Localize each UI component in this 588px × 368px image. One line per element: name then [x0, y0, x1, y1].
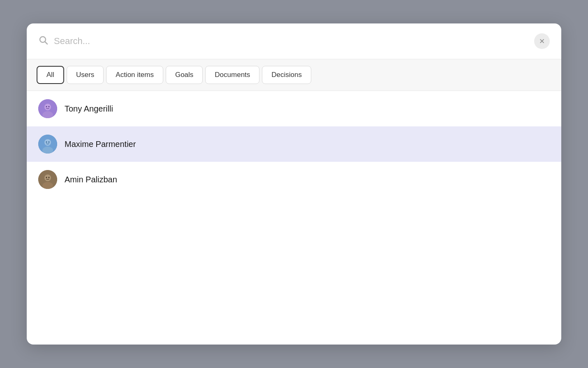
results-list: Tony Angerilli Maxime Parmentier — [27, 91, 561, 345]
svg-point-6 — [49, 106, 50, 107]
result-name-amin: Amin Palizban — [65, 175, 117, 184]
svg-point-15 — [46, 177, 47, 178]
svg-point-10 — [46, 142, 47, 143]
search-icon — [38, 35, 48, 47]
avatar-maxime — [38, 135, 57, 154]
tab-goals[interactable]: Goals — [166, 66, 203, 84]
tab-action-items[interactable]: Action items — [106, 66, 163, 84]
search-bar: ✕ — [27, 23, 561, 59]
result-item-maxime[interactable]: Maxime Parmentier — [27, 126, 561, 162]
result-name-tony: Tony Angerilli — [65, 104, 113, 114]
search-modal: ✕ All Users Action items Goals Documents… — [27, 23, 561, 345]
filter-tabs: All Users Action items Goals Documents D… — [27, 59, 561, 91]
result-item-tony[interactable]: Tony Angerilli — [27, 91, 561, 126]
avatar-tony — [38, 99, 57, 118]
close-button[interactable]: ✕ — [534, 33, 550, 49]
result-name-maxime: Maxime Parmentier — [65, 140, 136, 149]
avatar-amin — [38, 170, 57, 189]
tab-users[interactable]: Users — [67, 66, 104, 84]
tab-decisions[interactable]: Decisions — [262, 66, 311, 84]
close-icon: ✕ — [539, 37, 545, 46]
svg-line-1 — [45, 42, 48, 44]
svg-point-5 — [46, 106, 47, 107]
svg-point-8 — [44, 139, 51, 146]
svg-point-11 — [49, 142, 50, 143]
result-item-amin[interactable]: Amin Palizban — [27, 162, 561, 197]
svg-point-13 — [44, 175, 51, 181]
search-input[interactable] — [54, 36, 528, 47]
svg-point-3 — [44, 104, 51, 110]
svg-point-16 — [49, 177, 50, 178]
tab-all[interactable]: All — [37, 66, 64, 84]
tab-documents[interactable]: Documents — [205, 66, 259, 84]
